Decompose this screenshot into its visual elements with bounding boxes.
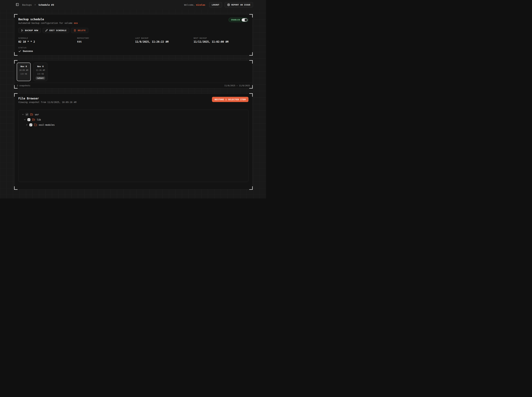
- report-issue-button[interactable]: REPORT AN ISSUE: [225, 2, 253, 7]
- field-value: ttt: [77, 40, 135, 43]
- field-label: SCHEDULE: [18, 37, 77, 39]
- enabled-label: ENABLED: [231, 19, 240, 21]
- snapshot-card-selected[interactable]: Nov 8 10:09 AM 133 KB: [17, 62, 31, 81]
- corner-bracket: [249, 186, 253, 190]
- delete-button[interactable]: DELETE: [71, 28, 88, 33]
- snapshots-footer: 2 snapshots 11/8/2025 – 11/8/2025: [14, 83, 252, 88]
- snapshot-card-latest[interactable]: Nov 8 11:26 AM 133 KB Latest: [33, 62, 47, 81]
- field-label: REPOSITORY: [77, 37, 135, 39]
- edit-schedule-button[interactable]: EDIT SCHEDULE: [43, 28, 69, 33]
- pencil-icon: [45, 29, 48, 32]
- enabled-toggle-pill[interactable]: ENABLED: [228, 18, 248, 22]
- file-browser-card: File Browser Viewing snapshot from 11/8/…: [14, 93, 253, 190]
- enabled-toggle-switch[interactable]: [242, 18, 247, 22]
- snapshot-time: 10:09 AM: [19, 69, 28, 71]
- corner-bracket: [14, 93, 18, 97]
- folder-open-icon: [32, 118, 35, 121]
- logout-button[interactable]: LOGOUT: [209, 2, 222, 7]
- breadcrumb-current-page: Schedule #3: [38, 4, 54, 6]
- chevron-right-icon: [34, 4, 36, 6]
- snapshot-size: 133 KB: [37, 73, 44, 75]
- top-bar: Backups Schedule #3 Welcome, nicolas LOG…: [0, 0, 266, 10]
- file-browser-subtitle: Viewing snapshot from 11/8/2025, 10:09:1…: [18, 101, 76, 104]
- snapshot-date: Nov 8: [20, 65, 27, 68]
- snapshot-size: 133 KB: [20, 73, 27, 75]
- latest-badge: Latest: [36, 77, 45, 80]
- welcome-text: Welcome, nicolas: [184, 4, 205, 6]
- status-label: STATUS: [18, 47, 248, 49]
- field-next-backup: NEXT BACKUP 11/11/2025, 11:02:00 AM: [194, 37, 248, 43]
- snapshot-date-range: 11/8/2025 – 11/8/2025: [224, 84, 250, 87]
- breadcrumb: Backups Schedule #3: [22, 4, 54, 6]
- play-icon: [21, 29, 23, 32]
- breadcrumb-backups[interactable]: Backups: [22, 4, 32, 6]
- snapshot-date: Nov 8: [37, 65, 44, 68]
- username: nicolas: [196, 4, 205, 6]
- tree-row-ossl-modules[interactable]: ossl-modules: [20, 122, 246, 127]
- snapshot-count: 2 snapshots: [17, 84, 30, 87]
- chevron-down-icon[interactable]: [24, 118, 26, 121]
- checkbox-partial[interactable]: [25, 113, 28, 116]
- file-browser-title: File Browser: [18, 97, 76, 100]
- field-label: NEXT BACKUP: [194, 37, 248, 39]
- field-value: 02 10 * * 2: [18, 40, 77, 43]
- field-last-backup: LAST BACKUP 11/8/2025, 11:26:22 AM: [135, 37, 194, 43]
- field-repository: REPOSITORY ttt: [77, 37, 135, 43]
- folder-icon: [34, 124, 37, 126]
- schedule-card-subtitle: Automated backup configuration for volum…: [18, 22, 78, 24]
- status-value: Success: [18, 50, 248, 53]
- schedule-card-title: Backup schedule: [18, 18, 78, 21]
- sidebar-toggle-button[interactable]: [15, 3, 19, 7]
- backup-schedule-card: Backup schedule Automated backup configu…: [14, 14, 253, 56]
- checkbox-checked[interactable]: [29, 124, 32, 126]
- field-value: 11/11/2025, 11:02:00 AM: [194, 40, 248, 43]
- tree-item-name: ossl-modules: [39, 124, 55, 126]
- status-block: STATUS Success: [18, 47, 248, 53]
- snapshots-section: Nov 8 10:09 AM 133 KB Nov 8 11:26 AM 133…: [14, 60, 253, 88]
- panel-left-icon: [16, 3, 19, 7]
- tree-row-lib[interactable]: lib: [20, 117, 246, 122]
- volume-name: sss: [74, 22, 78, 24]
- trash-icon: [74, 29, 76, 32]
- file-tree-panel: usr lib: [18, 110, 248, 182]
- corner-bracket: [249, 14, 253, 18]
- field-value: 11/8/2025, 11:26:22 AM: [135, 40, 194, 43]
- chevron-down-icon[interactable]: [22, 113, 24, 116]
- snapshot-time: 11:26 AM: [36, 69, 45, 71]
- restore-selected-button[interactable]: RESTORE 1 SELECTED ITEM: [212, 97, 249, 102]
- field-label: LAST BACKUP: [135, 37, 194, 39]
- lifebuoy-icon: [227, 3, 230, 6]
- tree-item-name: usr: [35, 113, 39, 116]
- corner-bracket: [14, 14, 18, 18]
- check-icon: [18, 50, 21, 53]
- tree-row-usr[interactable]: usr: [20, 112, 246, 117]
- corner-bracket: [14, 186, 18, 190]
- backup-now-button[interactable]: BACKUP NOW: [18, 28, 41, 33]
- checkbox-checked[interactable]: [27, 118, 30, 121]
- toggle-knob: [245, 19, 247, 21]
- backup-app-page: Backups Schedule #3 Welcome, nicolas LOG…: [0, 0, 266, 198]
- tree-item-name: lib: [37, 118, 41, 121]
- corner-bracket: [14, 52, 18, 56]
- corner-bracket: [249, 52, 253, 56]
- schedule-fields: SCHEDULE 02 10 * * 2 REPOSITORY ttt LAST…: [18, 37, 248, 43]
- folder-open-icon: [30, 113, 33, 116]
- corner-bracket: [249, 93, 253, 97]
- field-schedule: SCHEDULE 02 10 * * 2: [18, 37, 77, 43]
- snapshot-list: Nov 8 10:09 AM 133 KB Nov 8 11:26 AM 133…: [14, 61, 252, 83]
- chevron-right-icon[interactable]: [25, 124, 28, 126]
